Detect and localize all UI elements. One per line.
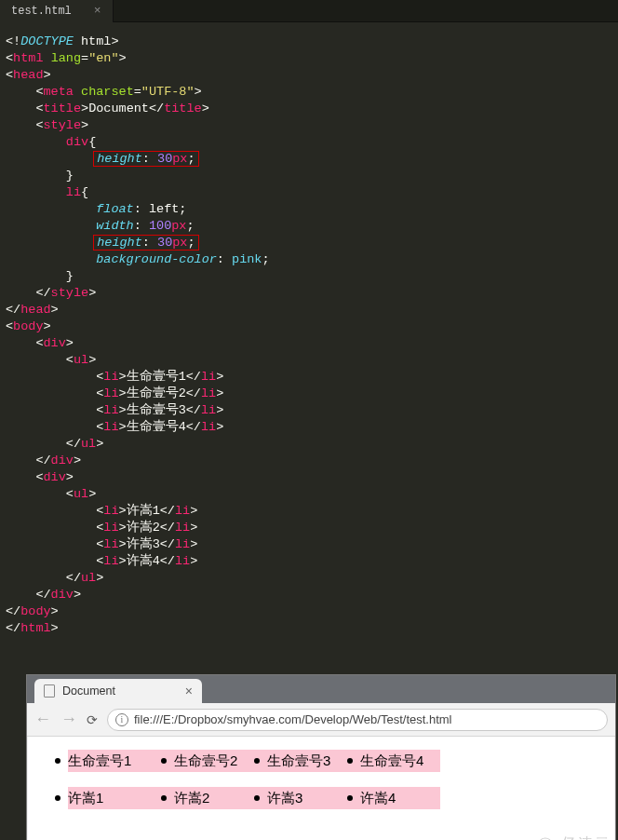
list-row: 许嵩1许嵩2许嵩3许嵩4 <box>55 787 606 809</box>
bullet-icon <box>55 758 60 764</box>
code-editor[interactable]: <!DOCTYPE html><html lang="en"><head> <m… <box>0 22 618 659</box>
file-icon <box>44 684 55 698</box>
list-item: 生命壹号2 <box>161 750 254 772</box>
editor-tab-label: test.html <box>11 5 72 18</box>
browser-window: Document × ← → ⟳ i file:///E:/Dropbox/sm… <box>26 674 616 840</box>
list-item-label: 生命壹号3 <box>267 752 330 770</box>
bullet-icon <box>254 758 260 764</box>
browser-toolbar: ← → ⟳ i file:///E:/Dropbox/smyhvae.com/D… <box>27 703 615 737</box>
list-item-label: 许嵩3 <box>267 790 302 807</box>
browser-tabbar: Document × <box>27 675 615 703</box>
list-row: 生命壹号1生命壹号2生命壹号3生命壹号4 <box>55 750 606 772</box>
list-item: 许嵩1 <box>68 787 161 809</box>
bullet-icon <box>161 758 167 764</box>
list-item: 许嵩3 <box>254 787 347 809</box>
browser-tab[interactable]: Document × <box>34 679 202 703</box>
list-item: 许嵩4 <box>347 787 440 809</box>
url-input[interactable]: i file:///E:/Dropbox/smyhvae.com/Develop… <box>107 709 608 731</box>
forward-icon[interactable]: → <box>60 710 77 729</box>
watermark: 亿速云 <box>531 834 611 840</box>
bullet-icon <box>347 758 353 764</box>
close-icon[interactable]: × <box>94 4 101 18</box>
highlight-box: height: 30px; <box>93 151 198 167</box>
list-item-label: 许嵩4 <box>360 790 396 807</box>
list-item: 生命壹号1 <box>68 750 161 772</box>
list-item-label: 生命壹号4 <box>360 752 423 770</box>
bullet-icon <box>55 795 60 801</box>
close-icon[interactable]: × <box>185 684 193 698</box>
bullet-icon <box>161 795 167 801</box>
browser-tab-title: Document <box>62 684 178 698</box>
back-icon[interactable]: ← <box>34 710 51 729</box>
bullet-icon <box>347 795 353 801</box>
highlight-box: height: 30px; <box>93 235 198 251</box>
list-item: 生命壹号4 <box>347 750 440 772</box>
info-icon[interactable]: i <box>115 713 128 726</box>
list-item: 许嵩2 <box>161 787 254 809</box>
editor-tab[interactable]: test.html × <box>0 0 114 22</box>
url-text: file:///E:/Dropbox/smyhvae.com/Develop/W… <box>134 712 452 726</box>
list-item-label: 生命壹号2 <box>174 752 237 770</box>
watermark-text: 亿速云 <box>561 834 611 840</box>
list-item-label: 许嵩1 <box>68 790 103 807</box>
bullet-icon <box>254 795 260 801</box>
list-item-label: 生命壹号1 <box>68 752 131 770</box>
editor-tabbar: test.html × <box>0 0 618 22</box>
rendered-page: 生命壹号1生命壹号2生命壹号3生命壹号4许嵩1许嵩2许嵩3许嵩4 <box>27 737 615 833</box>
list-item-label: 许嵩2 <box>174 790 209 807</box>
list-item: 生命壹号3 <box>254 750 347 772</box>
reload-icon[interactable]: ⟳ <box>87 712 98 727</box>
